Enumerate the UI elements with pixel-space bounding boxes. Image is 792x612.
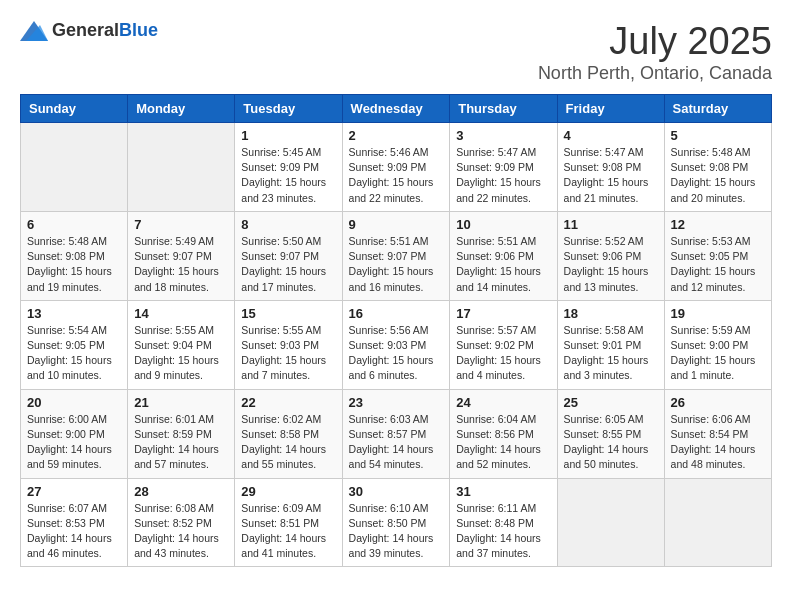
day-number: 23 bbox=[349, 395, 444, 410]
calendar-cell: 8Sunrise: 5:50 AM Sunset: 9:07 PM Daylig… bbox=[235, 211, 342, 300]
day-info: Sunrise: 6:02 AM Sunset: 8:58 PM Dayligh… bbox=[241, 412, 335, 473]
calendar-cell: 26Sunrise: 6:06 AM Sunset: 8:54 PM Dayli… bbox=[664, 389, 771, 478]
logo-text: GeneralBlue bbox=[52, 20, 158, 41]
day-info: Sunrise: 5:48 AM Sunset: 9:08 PM Dayligh… bbox=[671, 145, 765, 206]
location-title: North Perth, Ontario, Canada bbox=[538, 63, 772, 84]
day-info: Sunrise: 6:03 AM Sunset: 8:57 PM Dayligh… bbox=[349, 412, 444, 473]
day-number: 31 bbox=[456, 484, 550, 499]
day-info: Sunrise: 6:09 AM Sunset: 8:51 PM Dayligh… bbox=[241, 501, 335, 562]
day-number: 7 bbox=[134, 217, 228, 232]
weekday-header-sunday: Sunday bbox=[21, 95, 128, 123]
calendar-cell: 10Sunrise: 5:51 AM Sunset: 9:06 PM Dayli… bbox=[450, 211, 557, 300]
day-number: 15 bbox=[241, 306, 335, 321]
day-info: Sunrise: 6:00 AM Sunset: 9:00 PM Dayligh… bbox=[27, 412, 121, 473]
day-number: 13 bbox=[27, 306, 121, 321]
calendar-table: SundayMondayTuesdayWednesdayThursdayFrid… bbox=[20, 94, 772, 567]
day-info: Sunrise: 5:46 AM Sunset: 9:09 PM Dayligh… bbox=[349, 145, 444, 206]
day-info: Sunrise: 5:55 AM Sunset: 9:03 PM Dayligh… bbox=[241, 323, 335, 384]
calendar-cell: 14Sunrise: 5:55 AM Sunset: 9:04 PM Dayli… bbox=[128, 300, 235, 389]
day-number: 2 bbox=[349, 128, 444, 143]
day-number: 10 bbox=[456, 217, 550, 232]
calendar-cell: 7Sunrise: 5:49 AM Sunset: 9:07 PM Daylig… bbox=[128, 211, 235, 300]
calendar-cell: 24Sunrise: 6:04 AM Sunset: 8:56 PM Dayli… bbox=[450, 389, 557, 478]
day-number: 25 bbox=[564, 395, 658, 410]
calendar-cell: 29Sunrise: 6:09 AM Sunset: 8:51 PM Dayli… bbox=[235, 478, 342, 567]
month-title: July 2025 bbox=[538, 20, 772, 63]
day-number: 12 bbox=[671, 217, 765, 232]
calendar-cell: 4Sunrise: 5:47 AM Sunset: 9:08 PM Daylig… bbox=[557, 123, 664, 212]
day-info: Sunrise: 5:51 AM Sunset: 9:06 PM Dayligh… bbox=[456, 234, 550, 295]
day-number: 24 bbox=[456, 395, 550, 410]
calendar-cell: 1Sunrise: 5:45 AM Sunset: 9:09 PM Daylig… bbox=[235, 123, 342, 212]
day-info: Sunrise: 6:07 AM Sunset: 8:53 PM Dayligh… bbox=[27, 501, 121, 562]
day-info: Sunrise: 5:52 AM Sunset: 9:06 PM Dayligh… bbox=[564, 234, 658, 295]
day-number: 14 bbox=[134, 306, 228, 321]
calendar-cell bbox=[128, 123, 235, 212]
calendar-cell: 22Sunrise: 6:02 AM Sunset: 8:58 PM Dayli… bbox=[235, 389, 342, 478]
weekday-header-tuesday: Tuesday bbox=[235, 95, 342, 123]
weekday-header-monday: Monday bbox=[128, 95, 235, 123]
calendar-cell bbox=[21, 123, 128, 212]
calendar-cell bbox=[557, 478, 664, 567]
day-number: 16 bbox=[349, 306, 444, 321]
calendar-cell: 16Sunrise: 5:56 AM Sunset: 9:03 PM Dayli… bbox=[342, 300, 450, 389]
day-info: Sunrise: 5:49 AM Sunset: 9:07 PM Dayligh… bbox=[134, 234, 228, 295]
day-info: Sunrise: 5:56 AM Sunset: 9:03 PM Dayligh… bbox=[349, 323, 444, 384]
day-number: 27 bbox=[27, 484, 121, 499]
day-number: 30 bbox=[349, 484, 444, 499]
day-info: Sunrise: 5:51 AM Sunset: 9:07 PM Dayligh… bbox=[349, 234, 444, 295]
calendar-cell: 12Sunrise: 5:53 AM Sunset: 9:05 PM Dayli… bbox=[664, 211, 771, 300]
calendar-cell: 21Sunrise: 6:01 AM Sunset: 8:59 PM Dayli… bbox=[128, 389, 235, 478]
weekday-header-friday: Friday bbox=[557, 95, 664, 123]
day-number: 22 bbox=[241, 395, 335, 410]
calendar-cell bbox=[664, 478, 771, 567]
calendar-week-2: 6Sunrise: 5:48 AM Sunset: 9:08 PM Daylig… bbox=[21, 211, 772, 300]
day-number: 3 bbox=[456, 128, 550, 143]
calendar-cell: 19Sunrise: 5:59 AM Sunset: 9:00 PM Dayli… bbox=[664, 300, 771, 389]
day-info: Sunrise: 5:50 AM Sunset: 9:07 PM Dayligh… bbox=[241, 234, 335, 295]
day-info: Sunrise: 5:48 AM Sunset: 9:08 PM Dayligh… bbox=[27, 234, 121, 295]
day-number: 4 bbox=[564, 128, 658, 143]
day-number: 19 bbox=[671, 306, 765, 321]
logo-general: General bbox=[52, 20, 119, 40]
day-info: Sunrise: 5:53 AM Sunset: 9:05 PM Dayligh… bbox=[671, 234, 765, 295]
day-info: Sunrise: 5:47 AM Sunset: 9:09 PM Dayligh… bbox=[456, 145, 550, 206]
calendar-cell: 15Sunrise: 5:55 AM Sunset: 9:03 PM Dayli… bbox=[235, 300, 342, 389]
calendar-cell: 30Sunrise: 6:10 AM Sunset: 8:50 PM Dayli… bbox=[342, 478, 450, 567]
logo: GeneralBlue bbox=[20, 20, 158, 41]
day-info: Sunrise: 6:06 AM Sunset: 8:54 PM Dayligh… bbox=[671, 412, 765, 473]
day-info: Sunrise: 6:08 AM Sunset: 8:52 PM Dayligh… bbox=[134, 501, 228, 562]
calendar-cell: 18Sunrise: 5:58 AM Sunset: 9:01 PM Dayli… bbox=[557, 300, 664, 389]
day-number: 9 bbox=[349, 217, 444, 232]
calendar-cell: 6Sunrise: 5:48 AM Sunset: 9:08 PM Daylig… bbox=[21, 211, 128, 300]
calendar-week-4: 20Sunrise: 6:00 AM Sunset: 9:00 PM Dayli… bbox=[21, 389, 772, 478]
calendar-cell: 9Sunrise: 5:51 AM Sunset: 9:07 PM Daylig… bbox=[342, 211, 450, 300]
calendar-week-5: 27Sunrise: 6:07 AM Sunset: 8:53 PM Dayli… bbox=[21, 478, 772, 567]
weekday-header-wednesday: Wednesday bbox=[342, 95, 450, 123]
day-info: Sunrise: 6:04 AM Sunset: 8:56 PM Dayligh… bbox=[456, 412, 550, 473]
calendar-cell: 13Sunrise: 5:54 AM Sunset: 9:05 PM Dayli… bbox=[21, 300, 128, 389]
day-info: Sunrise: 5:57 AM Sunset: 9:02 PM Dayligh… bbox=[456, 323, 550, 384]
day-number: 5 bbox=[671, 128, 765, 143]
day-info: Sunrise: 6:10 AM Sunset: 8:50 PM Dayligh… bbox=[349, 501, 444, 562]
weekday-header-row: SundayMondayTuesdayWednesdayThursdayFrid… bbox=[21, 95, 772, 123]
day-number: 11 bbox=[564, 217, 658, 232]
logo-blue: Blue bbox=[119, 20, 158, 40]
day-number: 8 bbox=[241, 217, 335, 232]
day-info: Sunrise: 5:47 AM Sunset: 9:08 PM Dayligh… bbox=[564, 145, 658, 206]
day-number: 6 bbox=[27, 217, 121, 232]
calendar-cell: 3Sunrise: 5:47 AM Sunset: 9:09 PM Daylig… bbox=[450, 123, 557, 212]
calendar-cell: 5Sunrise: 5:48 AM Sunset: 9:08 PM Daylig… bbox=[664, 123, 771, 212]
calendar-cell: 23Sunrise: 6:03 AM Sunset: 8:57 PM Dayli… bbox=[342, 389, 450, 478]
day-number: 29 bbox=[241, 484, 335, 499]
calendar-week-3: 13Sunrise: 5:54 AM Sunset: 9:05 PM Dayli… bbox=[21, 300, 772, 389]
weekday-header-thursday: Thursday bbox=[450, 95, 557, 123]
calendar-cell: 25Sunrise: 6:05 AM Sunset: 8:55 PM Dayli… bbox=[557, 389, 664, 478]
day-number: 26 bbox=[671, 395, 765, 410]
calendar-cell: 11Sunrise: 5:52 AM Sunset: 9:06 PM Dayli… bbox=[557, 211, 664, 300]
logo-icon bbox=[20, 21, 48, 41]
calendar-cell: 28Sunrise: 6:08 AM Sunset: 8:52 PM Dayli… bbox=[128, 478, 235, 567]
day-info: Sunrise: 6:11 AM Sunset: 8:48 PM Dayligh… bbox=[456, 501, 550, 562]
day-number: 17 bbox=[456, 306, 550, 321]
day-number: 18 bbox=[564, 306, 658, 321]
